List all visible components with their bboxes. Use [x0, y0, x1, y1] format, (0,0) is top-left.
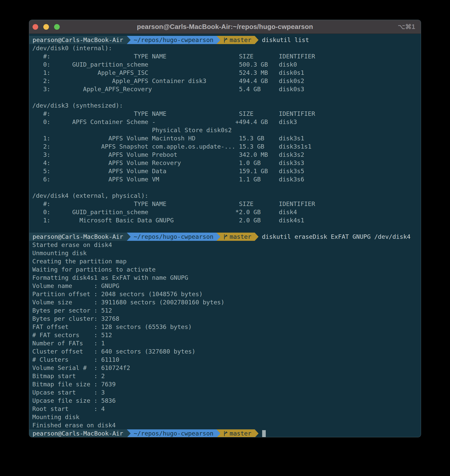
prompt-user-host: pearson@Carls-MacBook-Air	[33, 36, 123, 44]
powerline-arrow-icon	[217, 36, 220, 44]
git-branch-name: master	[230, 429, 251, 437]
prompt-segment-user-host: pearson@Carls-MacBook-Air	[29, 429, 127, 437]
git-branch-icon	[223, 234, 228, 240]
prompt-segment-directory: ~/repos/hugo-cwpearson	[131, 233, 217, 241]
powerline-arrow-icon	[127, 36, 131, 44]
command-text-2: diskutil eraseDisk ExFAT GNUPG /dev/disk…	[262, 233, 411, 241]
powerline-arrow-icon	[255, 233, 259, 241]
terminal-block-cursor[interactable]	[262, 430, 266, 437]
close-button[interactable]	[33, 24, 38, 30]
terminal-window: pearson@Carls-MacBook-Air:~/repos/hugo-c…	[29, 20, 421, 437]
zoom-button[interactable]	[54, 24, 60, 30]
prompt-segment-git: master	[220, 233, 255, 241]
erase-disk-output: Started erase on disk4 Unmounting disk C…	[29, 241, 421, 429]
prompt-user-host: pearson@Carls-MacBook-Air	[33, 233, 123, 241]
prompt-line-2: pearson@Carls-MacBook-Air ~/repos/hugo-c…	[29, 233, 421, 241]
prompt-segment-user-host: pearson@Carls-MacBook-Air	[29, 233, 127, 241]
prompt-user-host: pearson@Carls-MacBook-Air	[33, 429, 123, 437]
prompt-segment-git: master	[220, 36, 255, 44]
powerline-arrow-icon	[255, 36, 259, 44]
powerline-arrow-icon	[255, 429, 259, 437]
window-titlebar[interactable]: pearson@Carls-MacBook-Air:~/repos/hugo-c…	[29, 20, 421, 34]
traffic-light-group	[33, 20, 60, 34]
git-branch-icon	[223, 431, 228, 437]
command-text-1: diskutil list	[262, 36, 309, 44]
prompt-segment-directory: ~/repos/hugo-cwpearson	[131, 429, 217, 437]
terminal-content[interactable]: pearson@Carls-MacBook-Air ~/repos/hugo-c…	[29, 34, 421, 437]
prompt-directory: ~/repos/hugo-cwpearson	[134, 36, 213, 44]
prompt-line-1: pearson@Carls-MacBook-Air ~/repos/hugo-c…	[29, 36, 421, 44]
minimize-button[interactable]	[43, 24, 49, 30]
prompt-segment-git: master	[220, 429, 255, 437]
diskutil-list-output: /dev/disk0 (internal): #: TYPE NAME SIZE…	[29, 44, 421, 224]
prompt-directory: ~/repos/hugo-cwpearson	[134, 429, 213, 437]
powerline-arrow-icon	[127, 429, 131, 437]
window-shortcut-badge: ⌥⌘1	[398, 20, 415, 34]
git-branch-icon	[223, 37, 228, 43]
powerline-arrow-icon	[127, 233, 131, 241]
git-branch-name: master	[230, 36, 251, 44]
window-title: pearson@Carls-MacBook-Air:~/repos/hugo-c…	[137, 23, 313, 31]
prompt-directory: ~/repos/hugo-cwpearson	[134, 233, 213, 241]
prompt-segment-user-host: pearson@Carls-MacBook-Air	[29, 36, 127, 44]
prompt-segment-directory: ~/repos/hugo-cwpearson	[131, 36, 217, 44]
powerline-arrow-icon	[217, 429, 220, 437]
prompt-line-current: pearson@Carls-MacBook-Air ~/repos/hugo-c…	[29, 429, 421, 437]
powerline-arrow-icon	[217, 233, 220, 241]
git-branch-name: master	[230, 233, 251, 241]
